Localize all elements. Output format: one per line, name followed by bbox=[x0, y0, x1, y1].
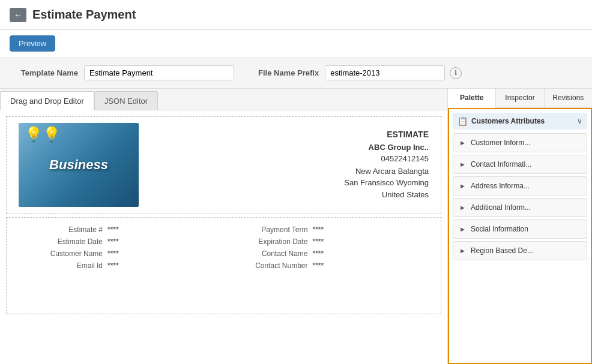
customers-attributes-label: Customers Attributes bbox=[471, 117, 577, 125]
attr-item-label-0: Customer Inform... bbox=[471, 139, 530, 147]
estimate-num-label: Estimate # bbox=[25, 225, 103, 234]
arrow-right-icon-5: ► bbox=[459, 247, 466, 254]
attr-item-label-2: Address Informa... bbox=[471, 182, 530, 190]
tab-drag-drop-editor[interactable]: Drag and Drop Editor bbox=[0, 91, 94, 110]
preview-button[interactable]: Preview bbox=[10, 35, 55, 52]
back-arrow-icon: ← bbox=[14, 10, 22, 20]
detail-email-id: Email Id **** bbox=[25, 260, 218, 272]
arrow-right-icon-3: ► bbox=[459, 204, 466, 211]
chevron-down-icon: ∨ bbox=[577, 117, 582, 125]
contact-number-label: Contact Number bbox=[230, 261, 308, 270]
panel-content: 📋 Customers Attributes ∨ ► Customer Info… bbox=[448, 108, 592, 364]
attr-item-label-1: Contact Informati... bbox=[471, 160, 531, 169]
customer-name-label: Customer Name bbox=[25, 249, 103, 258]
attr-item-label-5: Region Based De... bbox=[471, 246, 533, 255]
editor-tabs: Drag and Drop Editor JSON Editor bbox=[0, 89, 447, 110]
company-name: ABC Group Inc.. bbox=[344, 143, 429, 152]
detail-estimate-num: Estimate # **** bbox=[25, 224, 218, 236]
attr-item-label-4: Social Information bbox=[471, 225, 528, 233]
panel-tab-revisions[interactable]: Revisions bbox=[545, 89, 592, 107]
contact-number-value: **** bbox=[313, 261, 324, 270]
attr-item-contact-informati[interactable]: ► Contact Informati... bbox=[453, 155, 587, 174]
right-panel: Palette Inspector Revisions 📋 Customers … bbox=[448, 89, 592, 364]
email-id-value: **** bbox=[107, 261, 119, 270]
detail-estimate-date: Estimate Date **** bbox=[25, 236, 218, 248]
arrow-right-icon-1: ► bbox=[459, 161, 466, 168]
editor-area: Drag and Drop Editor JSON Editor 💡💡 Busi… bbox=[0, 89, 448, 364]
email-header-info: ESTIMATE ABC Group Inc.. 04522412145 New… bbox=[344, 130, 429, 201]
details-grid: Estimate # **** Estimate Date **** Custo… bbox=[25, 224, 423, 272]
page-header: ← Estimate Payment bbox=[0, 0, 592, 30]
email-id-label: Email Id bbox=[25, 261, 103, 270]
payment-term-label: Payment Term bbox=[230, 225, 308, 234]
email-header-block: 💡💡 Business ESTIMATE ABC Group Inc.. 045… bbox=[6, 116, 441, 213]
arrow-right-icon-0: ► bbox=[459, 139, 466, 146]
attr-item-additional-inform[interactable]: ► Additional Inform... bbox=[453, 198, 587, 217]
email-details-block: Estimate # **** Estimate Date **** Custo… bbox=[6, 217, 441, 314]
tab-json-editor[interactable]: JSON Editor bbox=[94, 91, 158, 110]
attr-item-social-information[interactable]: ► Social Information bbox=[453, 219, 587, 239]
arrow-right-icon-4: ► bbox=[459, 225, 466, 233]
file-name-prefix-input[interactable] bbox=[325, 65, 445, 80]
estimate-date-value: **** bbox=[107, 237, 119, 246]
panel-tab-palette[interactable]: Palette bbox=[448, 89, 496, 108]
expiration-date-value: **** bbox=[313, 237, 324, 246]
template-name-label: Template Name bbox=[12, 68, 78, 77]
template-row: Template Name File Name Prefix ℹ bbox=[0, 58, 592, 89]
estimate-num-value: **** bbox=[107, 225, 119, 234]
detail-expiration-date: Expiration Date **** bbox=[230, 236, 423, 248]
phone: 04522412145 bbox=[344, 154, 429, 163]
toolbar: Preview bbox=[0, 30, 592, 58]
customers-attributes-header[interactable]: 📋 Customers Attributes ∨ bbox=[453, 113, 587, 130]
editor-canvas: 💡💡 Business ESTIMATE ABC Group Inc.. 045… bbox=[0, 110, 447, 364]
estimate-date-label: Estimate Date bbox=[25, 237, 103, 246]
address-line3: United States bbox=[344, 189, 429, 201]
panel-tab-inspector[interactable]: Inspector bbox=[496, 89, 544, 107]
business-image: 💡💡 Business bbox=[19, 123, 139, 207]
light-bulbs-icon: 💡💡 bbox=[25, 126, 61, 143]
customer-name-value: **** bbox=[107, 249, 119, 258]
back-button[interactable]: ← bbox=[10, 8, 26, 22]
attr-item-label-3: Additional Inform... bbox=[471, 203, 531, 212]
customers-attributes-icon: 📋 bbox=[458, 116, 468, 126]
info-icon[interactable]: ℹ bbox=[450, 67, 462, 79]
detail-payment-term: Payment Term **** bbox=[230, 224, 423, 236]
page-title: Estimate Payment bbox=[32, 8, 136, 22]
address: New Arcara Balangta San Fransisco Wyomin… bbox=[344, 166, 429, 201]
address-line2: San Fransisco Wyoming bbox=[344, 177, 429, 189]
attr-item-address-informa[interactable]: ► Address Informa... bbox=[453, 176, 587, 195]
address-line1: New Arcara Balangta bbox=[344, 166, 429, 178]
detail-customer-name: Customer Name **** bbox=[25, 248, 218, 260]
contact-name-label: Contact Name bbox=[230, 249, 308, 258]
main-layout: Drag and Drop Editor JSON Editor 💡💡 Busi… bbox=[0, 89, 592, 364]
payment-term-value: **** bbox=[313, 225, 324, 234]
arrow-right-icon-2: ► bbox=[459, 182, 466, 189]
detail-contact-number: Contact Number **** bbox=[230, 260, 423, 272]
contact-name-value: **** bbox=[313, 249, 324, 258]
business-text: Business bbox=[49, 157, 108, 173]
file-name-prefix-label: File Name Prefix bbox=[258, 68, 319, 77]
estimate-title: ESTIMATE bbox=[344, 130, 429, 139]
template-name-input[interactable] bbox=[84, 65, 234, 80]
attr-item-customer-inform[interactable]: ► Customer Inform... bbox=[453, 133, 587, 152]
expiration-date-label: Expiration Date bbox=[230, 237, 308, 246]
panel-tabs: Palette Inspector Revisions bbox=[448, 89, 592, 108]
detail-contact-name: Contact Name **** bbox=[230, 248, 423, 260]
attr-item-region-based-de[interactable]: ► Region Based De... bbox=[453, 241, 587, 260]
